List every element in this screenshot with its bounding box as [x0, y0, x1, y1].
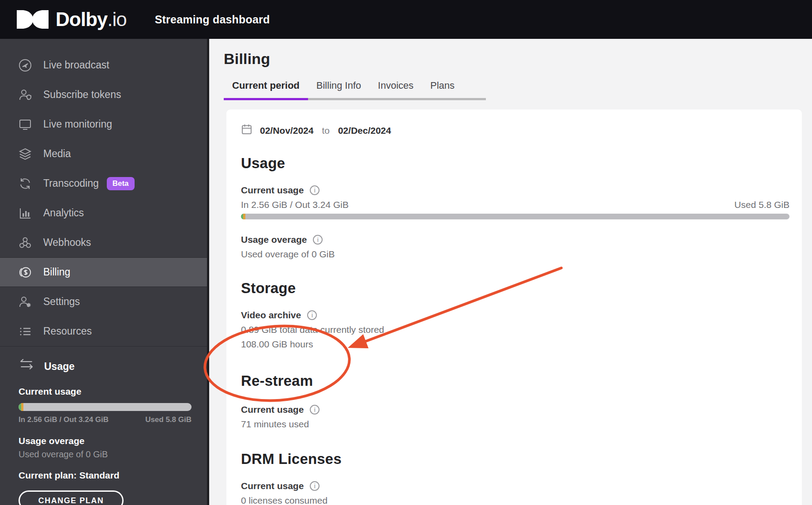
usage-overage-label: Usage overage: [241, 234, 307, 245]
sidebar-used-value: Used 5.8 GiB: [145, 415, 192, 424]
tab-invoices[interactable]: Invoices: [369, 76, 422, 98]
period-joiner: to: [321, 125, 331, 136]
drm-section-title: DRM Licenses: [241, 451, 789, 467]
period-to: 02/Dec/2024: [338, 125, 391, 136]
info-icon[interactable]: i: [310, 481, 320, 491]
sidebar-item-live-monitoring[interactable]: Live monitoring: [0, 109, 207, 139]
dolby-logo: Dolby.io: [16, 8, 127, 30]
progress-out-segment: [21, 403, 23, 411]
restream-current-usage-label: Current usage: [241, 404, 304, 415]
logo-text: Dolby.io: [56, 8, 127, 30]
usage-panel-title: Usage: [44, 361, 75, 373]
usage-current-usage-row: Current usage i: [241, 185, 789, 196]
calendar-icon: [241, 124, 252, 137]
tab-billing-info[interactable]: Billing Info: [308, 76, 370, 98]
usage-used-value: Used 5.8 GiB: [734, 200, 789, 210]
billing-tabs: Current period Billing Info Invoices Pla…: [224, 76, 486, 100]
settings-icon: [19, 295, 32, 309]
change-plan-button[interactable]: CHANGE PLAN: [19, 490, 124, 505]
storage-hours-value: 108.00 GiB hours: [241, 339, 789, 350]
drm-current-usage-label: Current usage: [241, 481, 304, 491]
current-plan-label: Current plan: Standard: [19, 470, 188, 481]
usage-overage-row: Usage overage i: [241, 234, 789, 245]
sidebar-item-label: Webhooks: [43, 237, 91, 249]
page-title: Billing: [224, 50, 812, 68]
transcoding-icon: [19, 177, 32, 190]
restream-section-title: Re-stream: [241, 373, 789, 389]
sidebar-item-live-broadcast[interactable]: Live broadcast: [0, 50, 207, 80]
sidebar-item-transcoding[interactable]: Transcoding Beta: [0, 169, 207, 198]
dolby-double-d-icon: [16, 9, 49, 30]
progress-out-segment: [243, 214, 245, 219]
sidebar-item-label: Analytics: [43, 207, 84, 219]
sidebar-item-label: Media: [43, 148, 71, 160]
sidebar-item-subscribe-tokens[interactable]: Subscribe tokens: [0, 80, 207, 109]
video-archive-row: Video archive i: [241, 310, 789, 320]
sidebar-nav: Live broadcast Subscribe tokens: [0, 39, 207, 346]
info-icon[interactable]: i: [310, 185, 320, 195]
sidebar-usage-panel: Usage Current usage In 2.56 GiB / Out 3.…: [0, 346, 207, 505]
sidebar-item-label: Resources: [43, 325, 92, 337]
sidebar-item-billing[interactable]: Billing: [0, 257, 207, 287]
usage-current-usage-label: Current usage: [241, 185, 304, 196]
analytics-icon: [19, 207, 32, 220]
restream-value: 71 minutes used: [241, 419, 789, 430]
sidebar-usage-progress-bar: [19, 403, 192, 411]
app-header: Dolby.io Streaming dashboard: [0, 0, 812, 39]
video-archive-label: Video archive: [241, 310, 301, 320]
drm-current-usage-row: Current usage i: [241, 481, 789, 491]
sidebar-item-label: Settings: [43, 296, 80, 308]
storage-section-title: Storage: [241, 280, 789, 297]
sidebar-item-label: Billing: [43, 266, 70, 278]
beta-badge: Beta: [107, 177, 135, 190]
usage-overage-value: Used overage of 0 GiB: [19, 449, 188, 460]
info-icon[interactable]: i: [313, 235, 323, 245]
usage-section-title: Usage: [241, 155, 789, 172]
info-icon[interactable]: i: [310, 405, 320, 415]
tab-current-period[interactable]: Current period: [224, 76, 308, 98]
billing-period-row: 02/Nov/2024 to 02/Dec/2024: [241, 124, 789, 137]
header-subtitle: Streaming dashboard: [155, 13, 270, 26]
live-monitoring-icon: [19, 118, 32, 131]
sidebar-item-media[interactable]: Media: [0, 139, 207, 169]
current-usage-label: Current usage: [19, 386, 188, 397]
usage-overage-value: Used overage of 0 GiB: [241, 249, 789, 260]
sidebar-in-out-value: In 2.56 GiB / Out 3.24 GiB: [19, 415, 109, 424]
sidebar-item-webhooks[interactable]: Webhooks: [0, 228, 207, 257]
info-icon[interactable]: i: [307, 310, 317, 320]
subscribe-tokens-icon: [19, 88, 32, 102]
storage-stored-value: 0.89 GiB total data currently stored: [241, 324, 789, 335]
sidebar: Live broadcast Subscribe tokens: [0, 39, 209, 505]
sidebar-item-label: Live broadcast: [43, 59, 109, 71]
resources-icon: [19, 325, 32, 338]
restream-current-usage-row: Current usage i: [241, 404, 789, 415]
billing-icon: [19, 266, 32, 279]
live-broadcast-icon: [19, 59, 32, 72]
usage-in-out-value: In 2.56 GiB / Out 3.24 GiB: [241, 200, 349, 210]
usage-arrows-icon: [19, 358, 34, 375]
billing-period-card: 02/Nov/2024 to 02/Dec/2024 Usage Current…: [226, 109, 802, 505]
sidebar-item-label: Live monitoring: [43, 118, 112, 130]
usage-progress-bar: [241, 214, 789, 219]
sidebar-item-settings[interactable]: Settings: [0, 287, 207, 317]
usage-overage-label: Usage overage: [19, 436, 188, 446]
drm-value: 0 licenses consumed: [241, 495, 789, 505]
period-from: 02/Nov/2024: [260, 125, 313, 136]
sidebar-item-label: Transcoding: [43, 177, 99, 189]
sidebar-item-analytics[interactable]: Analytics: [0, 198, 207, 228]
sidebar-item-resources[interactable]: Resources: [0, 317, 207, 346]
main-content: Billing Current period Billing Info Invo…: [209, 39, 812, 505]
media-icon: [19, 147, 32, 161]
tab-plans[interactable]: Plans: [422, 76, 463, 98]
webhooks-icon: [19, 236, 32, 249]
sidebar-item-label: Subscribe tokens: [43, 89, 121, 101]
